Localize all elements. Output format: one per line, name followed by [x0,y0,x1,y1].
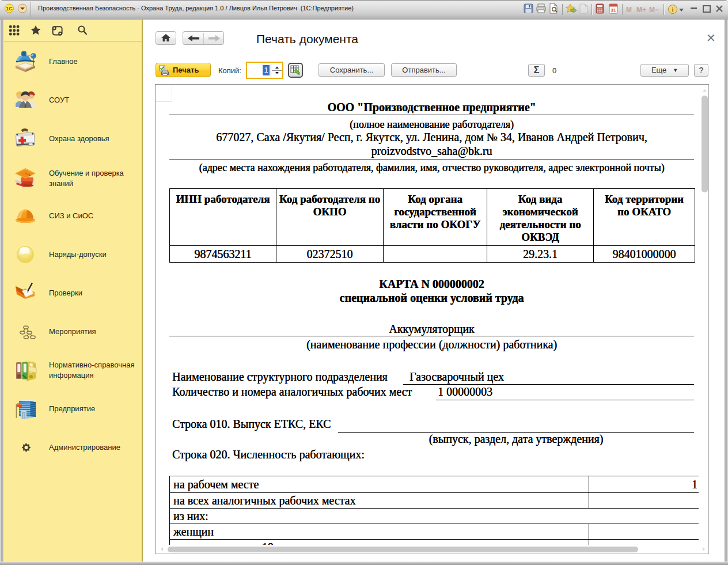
svg-text:1С: 1С [6,6,13,12]
svg-text:M: M [626,6,632,14]
svg-text:M+: M+ [636,6,646,14]
svg-text:31: 31 [611,7,616,13]
svg-text:i: i [672,6,673,13]
svg-text:M−: M− [649,6,659,14]
